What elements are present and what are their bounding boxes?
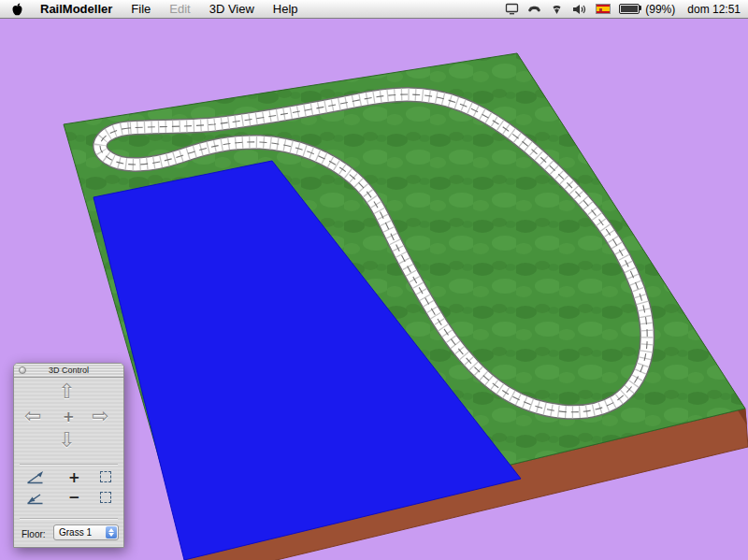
floor-popup[interactable]: Grass 1 xyxy=(53,524,119,540)
popup-stepper-icon xyxy=(106,526,117,538)
menu-extras: (99%) dom 12:51 xyxy=(505,3,741,16)
palette-close-button[interactable] xyxy=(19,366,26,374)
tilt-up-button[interactable] xyxy=(26,470,44,484)
pan-left-button[interactable]: ⇦ xyxy=(24,406,41,426)
battery-percentage: (99%) xyxy=(645,3,675,16)
pan-up-button[interactable]: ⇧ xyxy=(58,381,75,402)
signal-icon xyxy=(550,4,564,15)
floor-popup-value: Grass 1 xyxy=(59,527,92,538)
apple-logo-icon xyxy=(11,2,23,17)
menu-bar: RailModeller File Edit 3D View Help xyxy=(0,0,748,19)
displays-menu-icon[interactable] xyxy=(505,3,519,15)
pan-right-button[interactable]: ⇨ xyxy=(92,406,108,426)
menu-item-help[interactable]: Help xyxy=(264,2,308,16)
actual-size-button[interactable] xyxy=(100,492,111,503)
airport-menu-icon[interactable] xyxy=(550,4,564,15)
palette-body: ⇧ ⇦ + ⇨ ⇩ + − Fl xyxy=(14,378,123,547)
tilt-down-icon xyxy=(26,491,44,505)
volume-menu-icon[interactable] xyxy=(572,4,587,15)
phone-icon xyxy=(527,3,541,15)
palette-title: 3D Control xyxy=(14,364,123,377)
menu-bar-clock[interactable]: dom 12:51 xyxy=(687,3,741,16)
tilt-up-icon xyxy=(26,470,44,484)
apple-menu[interactable] xyxy=(9,2,31,17)
tilt-down-button[interactable] xyxy=(26,491,44,505)
palette-divider xyxy=(20,464,118,466)
menu-item-3d-view[interactable]: 3D View xyxy=(200,2,264,16)
menu-item-edit: Edit xyxy=(160,2,199,16)
3d-control-palette: 3D Control ⇧ ⇦ + ⇨ ⇩ + − xyxy=(13,363,124,548)
spain-flag-icon[interactable] xyxy=(596,4,611,14)
pan-center-button[interactable]: + xyxy=(63,410,75,424)
battery-fill xyxy=(621,6,638,12)
battery-icon[interactable] xyxy=(619,4,640,14)
pan-down-button[interactable]: ⇩ xyxy=(58,430,75,451)
speaker-icon xyxy=(572,4,587,15)
palette-divider xyxy=(20,518,118,520)
floor-label: Floor: xyxy=(22,529,46,539)
stepper-up-arrow xyxy=(108,528,114,532)
monitor-icon xyxy=(505,3,519,15)
palette-title-bar[interactable]: 3D Control xyxy=(14,364,123,378)
stepper-down-arrow xyxy=(108,533,114,537)
zoom-in-button[interactable]: + xyxy=(68,471,80,485)
menu-item-file[interactable]: File xyxy=(122,2,160,16)
zoom-out-button[interactable]: − xyxy=(68,491,80,505)
fit-view-button[interactable] xyxy=(100,471,111,482)
menu-item-app[interactable]: RailModeller xyxy=(31,2,122,16)
desktop: RailModeller File Edit 3D View Help xyxy=(0,0,748,560)
phone-menu-icon[interactable] xyxy=(527,3,541,15)
